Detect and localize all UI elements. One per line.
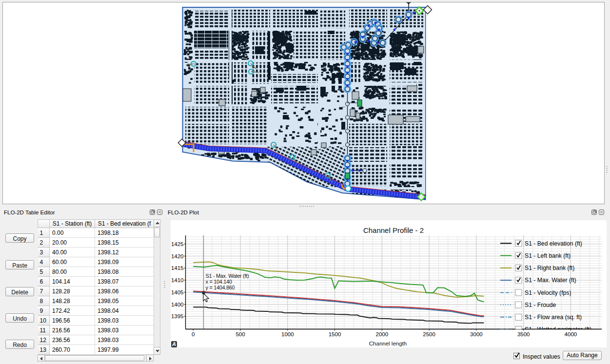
svg-text:4000: 4000 xyxy=(565,331,577,337)
svg-text:1410: 1410 xyxy=(171,277,184,283)
svg-text:2000: 2000 xyxy=(376,331,389,337)
svg-text:S1 - Right bank (ft): S1 - Right bank (ft) xyxy=(525,265,574,271)
svg-text:1395: 1395 xyxy=(171,313,184,319)
svg-text:1415: 1415 xyxy=(171,265,184,271)
svg-text:S1 - Froude: S1 - Froude xyxy=(525,302,556,308)
svg-text:3000: 3000 xyxy=(470,331,483,337)
svg-text:0: 0 xyxy=(192,331,195,337)
svg-text:2500: 2500 xyxy=(423,331,435,337)
svg-text:1400: 1400 xyxy=(171,302,184,307)
svg-text:S1 - Max. Water (ft): S1 - Max. Water (ft) xyxy=(206,273,249,279)
svg-text:S1 - Velocity (fps): S1 - Velocity (fps) xyxy=(525,289,571,296)
svg-text:Channel length: Channel length xyxy=(369,341,407,346)
svg-text:S1 - Flow area (sq. ft): S1 - Flow area (sq. ft) xyxy=(525,314,582,321)
svg-text:S1 - Max. Water (ft): S1 - Max. Water (ft) xyxy=(525,277,576,284)
svg-text:1000: 1000 xyxy=(281,331,294,337)
svg-text:y = 1404.860: y = 1404.860 xyxy=(206,285,235,290)
svg-text:1425: 1425 xyxy=(171,241,184,247)
svg-text:500: 500 xyxy=(236,331,245,337)
svg-text:x = 104.140: x = 104.140 xyxy=(206,279,232,285)
svg-text:S1 - Left bank (ft): S1 - Left bank (ft) xyxy=(525,252,571,259)
svg-text:1405: 1405 xyxy=(171,289,184,295)
svg-text:1420: 1420 xyxy=(171,253,184,259)
svg-text:3500: 3500 xyxy=(517,331,530,337)
svg-text:Channel Profile - 2: Channel Profile - 2 xyxy=(363,226,424,234)
svg-text:1500: 1500 xyxy=(329,331,341,337)
svg-text:S1 - Bed elevation (ft): S1 - Bed elevation (ft) xyxy=(525,240,582,247)
